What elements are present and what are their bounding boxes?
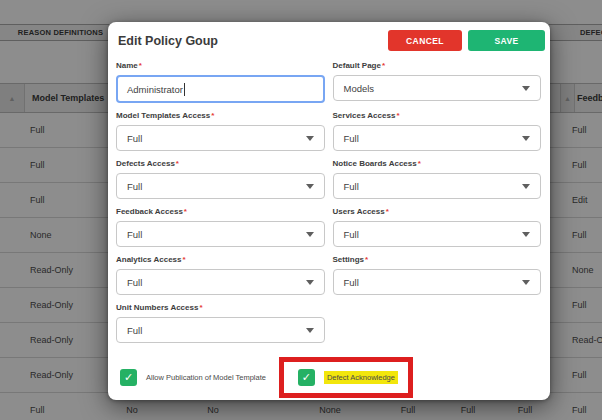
feedback-access-value: Full	[127, 229, 142, 240]
notice-boards-access-field-group: Notice Boards Access* Full	[333, 159, 542, 199]
unit-numbers-access-field-group: Unit Numbers Access* Full	[116, 303, 325, 343]
name-label: Name	[116, 61, 138, 70]
model-templates-access-select[interactable]: Full	[116, 125, 325, 151]
users-access-field-group: Users Access* Full	[333, 207, 542, 247]
feedback-access-select[interactable]: Full	[116, 221, 325, 247]
required-asterisk: *	[176, 159, 179, 168]
users-access-value: Full	[344, 229, 359, 240]
name-field-group: Name* Administrator	[116, 61, 325, 103]
save-button[interactable]: SAVE	[468, 30, 545, 51]
model-templates-access-value: Full	[127, 133, 142, 144]
default-page-field-group: Default Page* Models	[333, 61, 542, 103]
required-asterisk: *	[386, 207, 389, 216]
dialog-title: Edit Policy Goup	[118, 34, 218, 48]
settings-field-group: Settings* Full	[333, 255, 542, 295]
settings-select[interactable]: Full	[333, 269, 542, 295]
notice-boards-access-label: Notice Boards Access	[333, 159, 417, 168]
required-asterisk: *	[382, 61, 385, 70]
required-asterisk: *	[211, 111, 214, 120]
edit-policy-group-dialog: Edit Policy Goup CANCEL SAVE Name* Admin…	[108, 22, 550, 400]
dialog-header: Edit Policy Goup CANCEL SAVE	[108, 22, 550, 54]
cancel-button[interactable]: CANCEL	[388, 30, 462, 51]
settings-label: Settings	[333, 255, 365, 264]
required-asterisk: *	[184, 207, 187, 216]
defect-acknowledge-checkbox[interactable]: ✓	[298, 369, 315, 386]
screen: REASON DEFINITIONS DEFEC ▲ Model Templat…	[0, 0, 602, 420]
unit-numbers-access-select[interactable]: Full	[116, 317, 325, 343]
defect-acknowledge-checkbox-group: ✓ Defect Acknowledge	[298, 369, 398, 386]
default-page-label: Default Page	[333, 61, 381, 70]
required-asterisk: *	[183, 255, 186, 264]
required-asterisk: *	[199, 303, 202, 312]
required-asterisk: *	[365, 255, 368, 264]
name-value: Administrator	[127, 84, 183, 95]
defects-access-field-group: Defects Access* Full	[116, 159, 325, 199]
required-asterisk: *	[396, 111, 399, 120]
analytics-access-value: Full	[127, 277, 142, 288]
defects-access-label: Defects Access	[116, 159, 175, 168]
defect-acknowledge-label: Defect Acknowledge	[324, 371, 398, 384]
allow-publication-label: Allow Publication of Model Template	[146, 373, 266, 382]
default-page-select[interactable]: Models	[333, 75, 542, 101]
red-annotation-box: ✓ Defect Acknowledge	[279, 357, 413, 398]
required-asterisk: *	[139, 61, 142, 70]
notice-boards-access-value: Full	[344, 181, 359, 192]
model-templates-access-field-group: Model Templates Access* Full	[116, 111, 325, 151]
services-access-field-group: Services Access* Full	[333, 111, 542, 151]
notice-boards-access-select[interactable]: Full	[333, 173, 542, 199]
defects-access-select[interactable]: Full	[116, 173, 325, 199]
analytics-access-label: Analytics Access	[116, 255, 182, 264]
services-access-label: Services Access	[333, 111, 396, 120]
unit-numbers-access-value: Full	[127, 325, 142, 336]
unit-numbers-access-label: Unit Numbers Access	[116, 303, 198, 312]
analytics-access-field-group: Analytics Access* Full	[116, 255, 325, 295]
users-access-label: Users Access	[333, 207, 385, 216]
name-input[interactable]: Administrator	[116, 75, 325, 103]
allow-publication-checkbox[interactable]: ✓	[120, 369, 137, 386]
analytics-access-select[interactable]: Full	[116, 269, 325, 295]
text-cursor	[184, 83, 185, 96]
model-templates-access-label: Model Templates Access	[116, 111, 210, 120]
services-access-value: Full	[344, 133, 359, 144]
feedback-access-label: Feedback Access	[116, 207, 183, 216]
allow-publication-checkbox-group: ✓ Allow Publication of Model Template	[120, 369, 266, 386]
users-access-select[interactable]: Full	[333, 221, 542, 247]
defects-access-value: Full	[127, 181, 142, 192]
settings-value: Full	[344, 277, 359, 288]
checkbox-row: ✓ Allow Publication of Model Template ✓ …	[108, 357, 550, 398]
feedback-access-field-group: Feedback Access* Full	[116, 207, 325, 247]
services-access-select[interactable]: Full	[333, 125, 542, 151]
policy-form: Name* Administrator Default Page* Models…	[108, 54, 550, 351]
default-page-value: Models	[344, 83, 375, 94]
required-asterisk: *	[418, 159, 421, 168]
